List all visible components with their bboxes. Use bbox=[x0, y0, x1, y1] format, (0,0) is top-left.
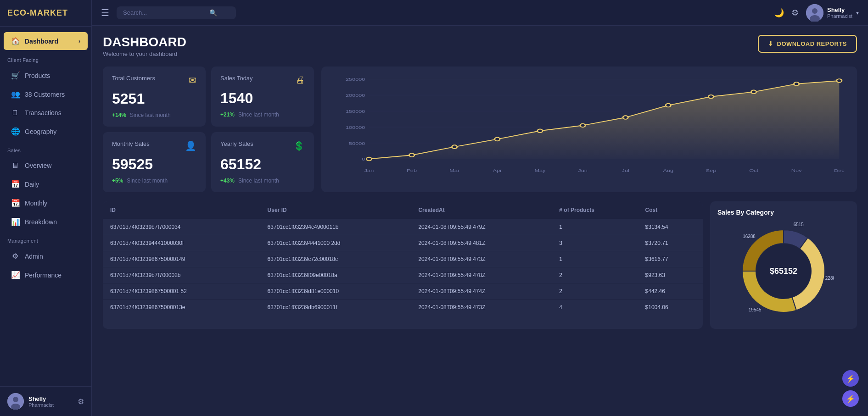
stat-change: +43% bbox=[220, 177, 235, 184]
section-label-management: Management bbox=[0, 232, 91, 246]
col-header-cost: Cost bbox=[638, 201, 703, 219]
moon-icon[interactable]: 🌙 bbox=[774, 8, 784, 18]
sidebar-item-label: Dashboard bbox=[25, 38, 58, 45]
cell-createdat: 2024-01-08T09:55:49.478Z bbox=[411, 267, 552, 283]
search-input[interactable] bbox=[123, 9, 206, 16]
settings-icon[interactable]: ⚙ bbox=[791, 8, 799, 18]
sidebar-item-label: 38 Customers bbox=[25, 91, 65, 98]
cell-id: 63701d74f0323986750000149 bbox=[103, 251, 260, 267]
sidebar-item-admin[interactable]: ⚙ Admin bbox=[4, 247, 88, 265]
cell-products: 3 bbox=[552, 235, 638, 251]
sidebar-item-customers[interactable]: 👥 38 Customers bbox=[4, 85, 88, 103]
cell-userid: 63701cc1f03239c72c00018c bbox=[260, 251, 411, 267]
topbar-user[interactable]: Shelly Pharmacist ▾ bbox=[806, 4, 859, 22]
sidebar-item-label: Monthly bbox=[25, 200, 47, 207]
cell-cost: $923.63 bbox=[638, 267, 703, 283]
sidebar-item-overview[interactable]: 🖥 Overview bbox=[4, 157, 88, 174]
cell-id: 63701d74f03239867500001 52 bbox=[103, 283, 260, 300]
page-title: DASHBOARD bbox=[103, 35, 186, 50]
table-row: 63701d74f03239867500001 52 63701cc1f0323… bbox=[103, 283, 703, 300]
admin-icon: ⚙ bbox=[11, 252, 19, 261]
floating-icon-top[interactable]: ⚡ bbox=[842, 370, 859, 387]
svg-text:Jun: Jun bbox=[578, 168, 588, 172]
sidebar-nav: 🏠 Dashboard › Client Facing 🛒 Products 👥… bbox=[0, 27, 91, 386]
sidebar-user-name: Shelly bbox=[28, 395, 73, 402]
overview-icon: 🖥 bbox=[11, 161, 19, 170]
svg-text:6515: 6515 bbox=[794, 222, 804, 227]
stat-card-monthly-sales: Monthly Sales 👤 59525 +5% Since last mon… bbox=[103, 132, 206, 192]
line-chart: 050000100000150000200000250000JanFebMarA… bbox=[329, 74, 850, 175]
cell-products: 4 bbox=[552, 300, 638, 316]
floating-icon-bottom[interactable]: ⚡ bbox=[842, 390, 859, 407]
sidebar-item-label: Transactions bbox=[25, 109, 62, 116]
stat-since: Since last month bbox=[127, 177, 168, 184]
daily-icon: 📅 bbox=[11, 180, 19, 189]
download-icon: ⬇ bbox=[768, 40, 773, 47]
stat-label: Total Customers bbox=[112, 75, 155, 82]
cell-userid: 63701cc1f03239db6900011f bbox=[260, 300, 411, 316]
cell-id: 63701d74f032398675000013e bbox=[103, 300, 260, 316]
svg-point-40 bbox=[794, 82, 799, 86]
sidebar-avatar bbox=[7, 393, 24, 410]
cell-createdat: 2024-01-08T09:55:49.473Z bbox=[411, 300, 552, 316]
table-row: 63701d74f032398675000013e 63701cc1f03239… bbox=[103, 300, 703, 316]
stat-label: Yearly Sales bbox=[220, 140, 253, 147]
search-bar[interactable]: 🔍 bbox=[117, 6, 236, 19]
sidebar-item-products[interactable]: 🛒 Products bbox=[4, 67, 88, 84]
table-row: 63701d74f03239b7f700002b 63701cc1f03239f… bbox=[103, 267, 703, 283]
menu-icon[interactable]: ☰ bbox=[101, 7, 109, 18]
sidebar-item-monthly[interactable]: 📆 Monthly bbox=[4, 194, 88, 212]
stat-value: 59525 bbox=[112, 156, 196, 173]
stat-change: +14% bbox=[112, 112, 126, 118]
donut-chart-container: 6515228031954516288 $65152 bbox=[733, 221, 834, 322]
sidebar-item-performance[interactable]: 📈 Performance bbox=[4, 266, 88, 284]
sidebar-item-label: Geography bbox=[25, 128, 56, 135]
main-area: ☰ 🔍 🌙 ⚙ Shelly Pharmacist bbox=[92, 0, 868, 416]
page-subtitle: Welcome to your dashboard bbox=[103, 50, 186, 57]
sidebar-item-label: Daily bbox=[25, 181, 39, 188]
stat-value: 5251 bbox=[112, 90, 196, 107]
svg-point-1 bbox=[13, 397, 18, 402]
sidebar-item-transactions[interactable]: 🗒 Transactions bbox=[4, 104, 88, 122]
sidebar-item-breakdown[interactable]: 📊 Breakdown bbox=[4, 213, 88, 231]
cell-createdat: 2024-01-08T09:55:49.481Z bbox=[411, 235, 552, 251]
svg-point-34 bbox=[538, 129, 543, 133]
stat-value: 1540 bbox=[220, 90, 305, 107]
stat-since: Since last month bbox=[238, 111, 279, 118]
transactions-table: ID User ID CreatedAt # of Products Cost … bbox=[103, 201, 703, 315]
sidebar-item-label: Products bbox=[25, 72, 50, 79]
table-row: 63701d74f032394441000030f 63701cc1f03239… bbox=[103, 235, 703, 251]
sidebar-item-daily[interactable]: 📅 Daily bbox=[4, 175, 88, 193]
section-label-sales: Sales bbox=[0, 141, 91, 156]
svg-text:0: 0 bbox=[362, 157, 365, 161]
svg-point-37 bbox=[666, 104, 671, 107]
topbar: ☰ 🔍 🌙 ⚙ Shelly Pharmacist bbox=[92, 0, 868, 26]
donut-center-value: $65152 bbox=[770, 266, 797, 276]
sidebar-item-geography[interactable]: 🌐 Geography bbox=[4, 122, 88, 140]
col-header-id: ID bbox=[103, 201, 260, 219]
cell-userid: 63701cc1f032394c4900011b bbox=[260, 219, 411, 235]
svg-text:Nov: Nov bbox=[791, 168, 802, 172]
stat-icon-register: 🖨 bbox=[296, 75, 305, 85]
table-row: 63701d74f0323986750000149 63701cc1f03239… bbox=[103, 251, 703, 267]
cell-cost: $3134.54 bbox=[638, 219, 703, 235]
cell-createdat: 2024-01-08T09:55:49.479Z bbox=[411, 219, 552, 235]
stat-icon-dollar: 💲 bbox=[293, 140, 305, 151]
sidebar-settings-icon[interactable]: ⚙ bbox=[78, 397, 84, 406]
svg-text:100000: 100000 bbox=[346, 125, 365, 129]
stat-card-sales-today: Sales Today 🖨 1540 +21% Since last month bbox=[211, 67, 314, 127]
svg-text:Aug: Aug bbox=[663, 168, 673, 172]
stat-since: Since last month bbox=[130, 112, 171, 118]
sidebar-item-label: Admin bbox=[25, 253, 43, 260]
stat-card-yearly-sales: Yearly Sales 💲 65152 +43% Since last mon… bbox=[211, 132, 314, 192]
cell-id: 63701d74f03239b7f700002b bbox=[103, 267, 260, 283]
topbar-icons: 🌙 ⚙ Shelly Pharmacist ▾ bbox=[774, 4, 859, 22]
customers-icon: 👥 bbox=[11, 90, 19, 99]
download-reports-button[interactable]: ⬇ DOWNLOAD REPORTS bbox=[758, 35, 857, 53]
stat-label: Monthly Sales bbox=[112, 140, 150, 147]
sidebar-footer: Shelly Pharmacist ⚙ bbox=[0, 386, 91, 416]
stat-since: Since last month bbox=[238, 177, 279, 184]
sidebar-item-dashboard[interactable]: 🏠 Dashboard › bbox=[4, 32, 88, 50]
svg-point-35 bbox=[580, 124, 585, 128]
sidebar-item-label: Overview bbox=[25, 162, 51, 169]
